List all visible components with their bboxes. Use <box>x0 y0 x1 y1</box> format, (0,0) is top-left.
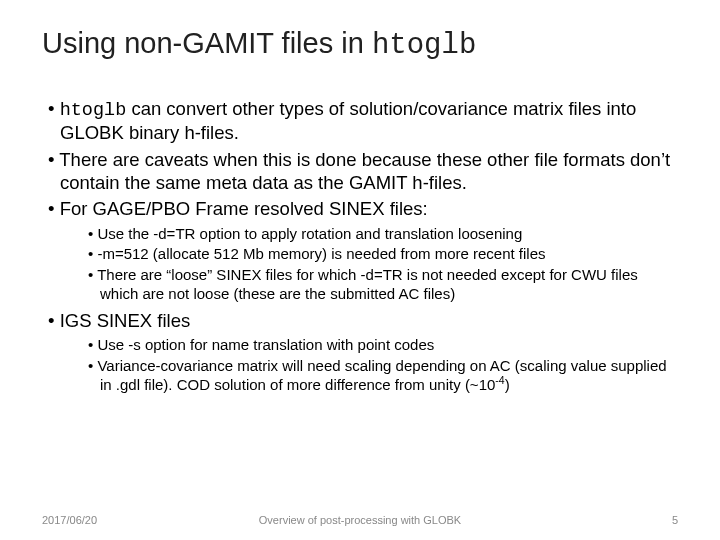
bullet-1: htoglb can convert other types of soluti… <box>46 98 678 145</box>
bullet-4a: Use -s option for name translation with … <box>86 336 678 355</box>
bullet-3: For GAGE/PBO Frame resolved SINEX files: <box>46 198 678 221</box>
bullet-3c: There are “loose” SINEX files for which … <box>86 266 678 304</box>
footer-date: 2017/06/20 <box>42 514 97 526</box>
bullet-1-code: htoglb <box>60 100 127 121</box>
bullet-4a-text: Use -s option for name translation with … <box>97 336 434 353</box>
bullet-3b: -m=512 (allocate 512 Mb memory) is neede… <box>86 245 678 264</box>
slide: Using non-GAMIT files in htoglb htoglb c… <box>0 0 720 540</box>
bullet-4b-sup: -4 <box>495 374 504 386</box>
bullet-4b: Variance-covariance matrix will need sca… <box>86 357 678 395</box>
bullet-2: There are caveats when this is done beca… <box>46 149 678 194</box>
footer-page: 5 <box>672 514 678 526</box>
title-code: htoglb <box>372 29 476 62</box>
bullet-3b-text: -m=512 (allocate 512 Mb memory) is neede… <box>97 245 545 262</box>
bullet-3c-text: There are “loose” SINEX files for which … <box>97 266 638 302</box>
title-prefix: Using non-GAMIT files in <box>42 27 372 59</box>
slide-body: htoglb can convert other types of soluti… <box>42 98 678 395</box>
bullet-2-text: There are caveats when this is done beca… <box>59 149 670 193</box>
bullet-4b-post: ) <box>505 376 510 393</box>
bullet-3a: Use the -d=TR option to apply rotation a… <box>86 225 678 244</box>
bullet-4b-pre: Variance-covariance matrix will need sca… <box>97 357 666 393</box>
bullet-3a-text: Use the -d=TR option to apply rotation a… <box>97 225 522 242</box>
footer: 2017/06/20 Overview of post-processing w… <box>0 514 720 526</box>
footer-center: Overview of post-processing with GLOBK <box>0 514 720 526</box>
bullet-3-text: For GAGE/PBO Frame resolved SINEX files: <box>60 198 428 219</box>
slide-title: Using non-GAMIT files in htoglb <box>42 28 678 62</box>
bullet-4: IGS SINEX files <box>46 310 678 333</box>
bullet-1-rest: can convert other types of solution/cova… <box>60 98 636 144</box>
bullet-4-text: IGS SINEX files <box>60 310 191 331</box>
